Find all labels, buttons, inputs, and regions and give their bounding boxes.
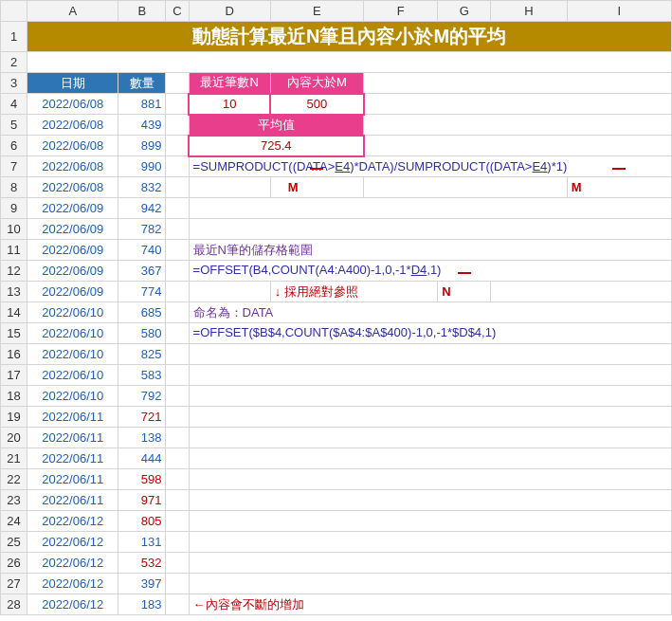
row-head-8[interactable]: 8 [1,177,27,198]
cell-date[interactable]: 2022/06/11 [27,407,118,428]
row-head-13[interactable]: 13 [1,282,27,302]
cell-qty[interactable]: 942 [118,198,166,219]
row-head-4[interactable]: 4 [1,94,27,115]
row-head-27[interactable]: 27 [1,574,27,594]
input-n[interactable]: 10 [189,94,270,115]
cell-qty[interactable]: 183 [118,594,166,615]
cell-date[interactable]: 2022/06/09 [27,240,118,261]
row-head-9[interactable]: 9 [1,198,27,219]
cell-date[interactable]: 2022/06/09 [27,261,118,282]
cell-qty[interactable]: 832 [118,177,166,198]
cell-qty[interactable]: 598 [118,469,166,490]
input-m[interactable]: 500 [270,94,363,115]
col-H[interactable]: H [491,1,567,22]
row-head-1[interactable]: 1 [1,22,27,52]
header-qty[interactable]: 數量 [118,73,166,94]
cell-qty[interactable]: 138 [118,428,166,448]
cell-date[interactable]: 2022/06/12 [27,574,118,594]
cell-date[interactable]: 2022/06/08 [27,156,118,177]
cell-date[interactable]: 2022/06/09 [27,219,118,240]
cell-qty[interactable]: 881 [118,94,166,115]
row-head-7[interactable]: 7 [1,156,27,177]
col-D[interactable]: D [189,1,270,22]
cell-date[interactable]: 2022/06/11 [27,490,118,511]
row-head-28[interactable]: 28 [1,594,27,615]
cell-date[interactable]: 2022/06/12 [27,553,118,574]
col-B[interactable]: B [118,1,166,22]
header-avg[interactable]: 平均值 [189,115,364,136]
col-G[interactable]: G [438,1,491,22]
row-head-6[interactable]: 6 [1,136,27,156]
cell-date[interactable]: 2022/06/10 [27,302,118,323]
row-head-5[interactable]: 5 [1,115,27,136]
cell-qty[interactable]: 583 [118,365,166,386]
row-head-19[interactable]: 19 [1,407,27,428]
row-head-21[interactable]: 21 [1,448,27,469]
spreadsheet[interactable]: A B C D E F G H I 1 動態計算最近N筆且內容小於M的平均 2 … [0,0,672,615]
cell-date[interactable]: 2022/06/11 [27,448,118,469]
cell-date[interactable]: 2022/06/10 [27,344,118,365]
row-head-20[interactable]: 20 [1,428,27,448]
cell-qty[interactable]: 825 [118,344,166,365]
cell-date[interactable]: 2022/06/08 [27,177,118,198]
col-F[interactable]: F [364,1,438,22]
cell-qty[interactable]: 367 [118,261,166,282]
cell-qty[interactable]: 439 [118,115,166,136]
cell-qty[interactable]: 580 [118,323,166,344]
header-recent-n[interactable]: 最近筆數N [189,73,270,94]
row-head-23[interactable]: 23 [1,490,27,511]
cell-date[interactable]: 2022/06/10 [27,323,118,344]
formula-offset-1[interactable]: =OFFSET(B4,COUNT(A4:A400)-1,0,-1*D4,1) [189,261,671,282]
cell-qty[interactable]: 740 [118,240,166,261]
row-head-18[interactable]: 18 [1,386,27,407]
cell-qty[interactable]: 532 [118,553,166,574]
row-head-16[interactable]: 16 [1,344,27,365]
row-head-11[interactable]: 11 [1,240,27,261]
row-head-10[interactable]: 10 [1,219,27,240]
cell-date[interactable]: 2022/06/10 [27,386,118,407]
cell-date[interactable]: 2022/06/11 [27,469,118,490]
cell-date[interactable]: 2022/06/10 [27,365,118,386]
row-head-15[interactable]: 15 [1,323,27,344]
cell-qty[interactable]: 805 [118,511,166,532]
col-A[interactable]: A [27,1,118,22]
cell-date[interactable]: 2022/06/09 [27,198,118,219]
cell-qty[interactable]: 971 [118,490,166,511]
cell-date[interactable]: 2022/06/08 [27,136,118,156]
cell-qty[interactable]: 792 [118,386,166,407]
row-head-24[interactable]: 24 [1,511,27,532]
cell-qty[interactable]: 899 [118,136,166,156]
cell-date[interactable]: 2022/06/12 [27,594,118,615]
row-head-25[interactable]: 25 [1,532,27,553]
cell-qty[interactable]: 721 [118,407,166,428]
cell-qty[interactable]: 774 [118,282,166,302]
corner-cell[interactable] [1,1,27,22]
cell-date[interactable]: 2022/06/12 [27,511,118,532]
cell-qty[interactable]: 444 [118,448,166,469]
row-head-12[interactable]: 12 [1,261,27,282]
output-avg[interactable]: 725.4 [189,136,364,156]
cell-qty[interactable]: 685 [118,302,166,323]
cell-date[interactable]: 2022/06/12 [27,532,118,553]
cell-date[interactable]: 2022/06/11 [27,428,118,448]
cell-qty[interactable]: 990 [118,156,166,177]
row-head-26[interactable]: 26 [1,553,27,574]
cell-date[interactable]: 2022/06/08 [27,94,118,115]
cell-qty[interactable]: 397 [118,574,166,594]
row-head-14[interactable]: 14 [1,302,27,323]
row-head-17[interactable]: 17 [1,365,27,386]
cell-date[interactable]: 2022/06/09 [27,282,118,302]
cell-qty[interactable]: 131 [118,532,166,553]
header-date[interactable]: 日期 [27,73,118,94]
cell-date[interactable]: 2022/06/08 [27,115,118,136]
row-head-22[interactable]: 22 [1,469,27,490]
row-27: 272022/06/12397 [1,574,672,594]
title-cell[interactable]: 動態計算最近N筆且內容小於M的平均 [27,22,672,52]
cell-qty[interactable]: 782 [118,219,166,240]
col-E[interactable]: E [270,1,363,22]
header-gt-m[interactable]: 內容大於M [270,73,363,94]
col-C[interactable]: C [166,1,189,22]
formula-sumproduct[interactable]: =SUMPRODUCT((DATA>E4)*DATA)/SUMPRODUCT((… [189,156,671,177]
col-I[interactable]: I [567,1,671,22]
formula-offset-2[interactable]: =OFFSET($B$4,COUNT($A$4:$A$400)-1,0,-1*$… [189,323,671,344]
